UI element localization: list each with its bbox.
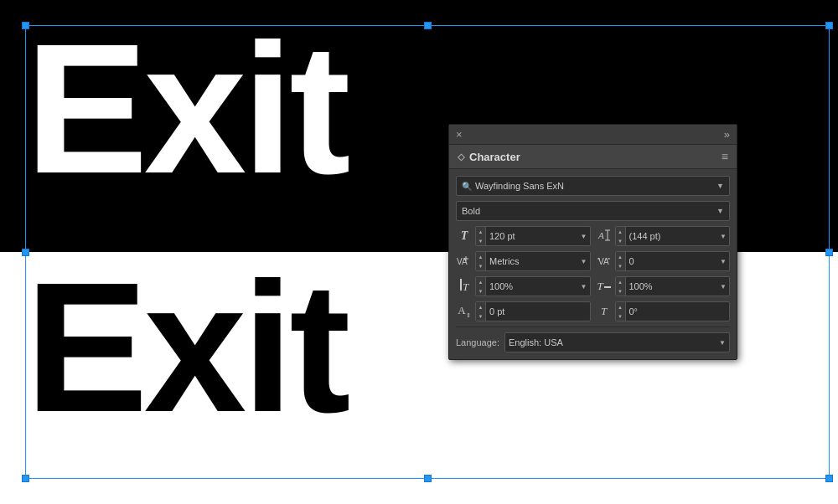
close-icon[interactable]: × [456, 128, 463, 141]
font-style-row: Bold ▼ [456, 201, 730, 221]
font-size-input[interactable]: ▲ ▼ 120 pt ▼ [475, 226, 591, 246]
kerning-down[interactable]: ▼ [476, 261, 485, 270]
font-size-col: T ▲ ▼ 120 pt ▼ [456, 226, 591, 246]
tracking-stepper[interactable]: ▲ ▼ [616, 252, 626, 270]
font-family-arrow: ▼ [716, 182, 724, 190]
character-icon: ◇ [458, 152, 464, 162]
tracking-col: V A ▲ ▼ 0 ▼ [596, 251, 731, 271]
line-height-icon: A [596, 229, 613, 244]
language-value: English: USA [505, 337, 716, 347]
search-icon: 🔍 [462, 182, 472, 191]
panel-header-bar: × » [449, 125, 737, 145]
font-size-icon: T [456, 229, 473, 243]
skew-stepper[interactable]: ▲ ▼ [616, 302, 626, 321]
font-family-row: 🔍 Wayfinding Sans ExN ▼ [456, 176, 730, 196]
panel-collapse-btn[interactable]: » [724, 128, 730, 141]
line-height-down[interactable]: ▼ [616, 236, 625, 245]
kerning-up[interactable]: ▲ [476, 252, 485, 261]
vert-scale-up[interactable]: ▲ [476, 277, 485, 286]
baseline-italic-row: A⇕ ▲ ▼ 0 pt T ▲ ▼ 0° [456, 301, 730, 321]
tracking-input[interactable]: ▲ ▼ 0 ▼ [615, 251, 731, 271]
scale-row: T ▲ ▼ 100% ▼ T ▲ [456, 276, 730, 296]
font-style-value: Bold [462, 206, 480, 216]
vert-scale-value: 100% [486, 281, 578, 291]
skew-up[interactable]: ▲ [616, 302, 625, 311]
horiz-scale-arrow: ▼ [717, 283, 729, 291]
skew-col: T ▲ ▼ 0° [596, 301, 731, 321]
horiz-scale-down[interactable]: ▼ [616, 286, 625, 296]
tracking-arrow: ▼ [717, 258, 729, 265]
collapse-icon[interactable]: » [724, 128, 730, 141]
skew-value: 0° [626, 306, 730, 316]
vert-scale-input[interactable]: ▲ ▼ 100% ▼ [475, 276, 591, 296]
panel-title: ◇ Character [458, 151, 520, 163]
kerning-dropdown[interactable]: ▲ ▼ Metrics ▼ [475, 251, 591, 271]
horiz-scale-col: T ▲ ▼ 100% ▼ [596, 276, 731, 296]
panel-body: 🔍 Wayfinding Sans ExN ▼ Bold ▼ T ▲ ▼ [449, 169, 737, 359]
kerning-stepper[interactable]: ▲ ▼ [476, 252, 486, 270]
size-leading-row: T ▲ ▼ 120 pt ▼ A [456, 226, 730, 246]
line-height-value: (144 pt) [626, 231, 718, 241]
font-family-dropdown[interactable]: 🔍 Wayfinding Sans ExN ▼ [456, 176, 730, 196]
skew-icon: T [596, 305, 613, 318]
font-size-value: 120 pt [486, 231, 578, 241]
baseline-icon: A⇕ [456, 304, 473, 319]
line-height-up[interactable]: ▲ [616, 227, 625, 236]
vert-scale-down[interactable]: ▼ [476, 286, 485, 296]
vert-scale-arrow: ▼ [578, 283, 590, 291]
baseline-col: A⇕ ▲ ▼ 0 pt [456, 301, 591, 321]
baseline-up[interactable]: ▲ [476, 302, 485, 311]
character-panel: × » ◇ Character ≡ 🔍 Wayfinding Sans ExN … [448, 124, 737, 360]
vert-scale-icon: T [456, 279, 473, 294]
kerning-value: Metrics [486, 256, 578, 266]
line-height-stepper[interactable]: ▲ ▼ [616, 227, 626, 245]
panel-divider [456, 327, 730, 327]
horiz-scale-icon: T [596, 280, 613, 293]
tracking-value: 0 [626, 256, 718, 266]
panel-close-btn[interactable]: × [456, 128, 463, 141]
skew-down[interactable]: ▼ [616, 311, 625, 321]
font-size-arrow: ▼ [578, 233, 590, 240]
exit-text-top: Exit [25, 17, 346, 201]
panel-title-bar: ◇ Character ≡ [449, 145, 737, 169]
kerning-tracking-row: V A ▲ ▼ Metrics ▼ [456, 251, 730, 271]
vert-scale-col: T ▲ ▼ 100% ▼ [456, 276, 591, 296]
horiz-scale-stepper[interactable]: ▲ ▼ [616, 277, 626, 296]
language-arrow: ▼ [716, 339, 729, 347]
language-dropdown[interactable]: English: USA ▼ [504, 332, 730, 352]
font-size-down[interactable]: ▼ [476, 236, 485, 245]
panel-title-text: Character [469, 151, 520, 163]
baseline-stepper[interactable]: ▲ ▼ [476, 302, 486, 321]
vert-scale-stepper[interactable]: ▲ ▼ [476, 277, 486, 296]
baseline-input[interactable]: ▲ ▼ 0 pt [475, 301, 591, 321]
language-label: Language: [456, 337, 499, 347]
font-style-arrow: ▼ [716, 207, 724, 215]
font-family-value: Wayfinding Sans ExN [475, 181, 564, 191]
panel-menu-icon[interactable]: ≡ [722, 150, 728, 163]
font-style-dropdown[interactable]: Bold ▼ [456, 201, 730, 221]
line-height-col: A ▲ ▼ (144 pt) ▼ [596, 226, 731, 246]
tracking-down[interactable]: ▼ [616, 261, 625, 270]
font-size-stepper[interactable]: ▲ ▼ [476, 227, 486, 245]
kerning-col: V A ▲ ▼ Metrics ▼ [456, 251, 591, 271]
kerning-arrow: ▼ [578, 258, 590, 265]
kerning-icon: V A [456, 254, 473, 269]
exit-text-bottom: Exit [25, 255, 346, 440]
baseline-down[interactable]: ▼ [476, 311, 485, 321]
tracking-icon: V A [596, 254, 613, 270]
font-size-up[interactable]: ▲ [476, 227, 485, 236]
line-height-input[interactable]: ▲ ▼ (144 pt) ▼ [615, 226, 731, 246]
svg-text:A: A [597, 230, 604, 240]
line-height-arrow: ▼ [717, 233, 729, 240]
horiz-scale-up[interactable]: ▲ [616, 277, 625, 286]
horiz-scale-input[interactable]: ▲ ▼ 100% ▼ [615, 276, 731, 296]
language-row: Language: English: USA ▼ [456, 332, 730, 352]
skew-input[interactable]: ▲ ▼ 0° [615, 301, 731, 321]
horiz-scale-value: 100% [626, 281, 718, 291]
baseline-value: 0 pt [486, 306, 590, 316]
tracking-up[interactable]: ▲ [616, 252, 625, 261]
